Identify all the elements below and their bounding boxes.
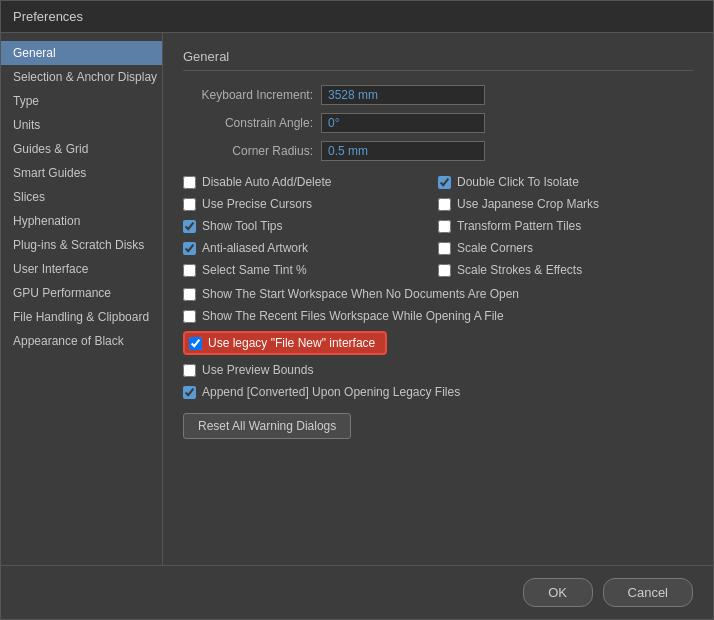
- field-label-keyboard-increment: Keyboard Increment:: [183, 88, 313, 102]
- reset-section: Reset All Warning Dialogs: [183, 399, 693, 439]
- sidebar-item-smart-guides[interactable]: Smart Guides: [1, 161, 162, 185]
- checkbox-transform-pattern-tiles[interactable]: [438, 220, 451, 233]
- checkbox-row-append-converted: Append [Converted] Upon Opening Legacy F…: [183, 385, 693, 399]
- reset-all-warnings-button[interactable]: Reset All Warning Dialogs: [183, 413, 351, 439]
- title-bar: Preferences: [1, 1, 713, 33]
- checkbox-row-show-recent-files-workspace: Show The Recent Files Workspace While Op…: [183, 309, 693, 323]
- checkbox-wrapper-show-recent-files-workspace: Show The Recent Files Workspace While Op…: [183, 309, 693, 323]
- checkbox-label-anti-aliased-artwork: Anti-aliased Artwork: [202, 241, 308, 255]
- checkbox-scale-corners[interactable]: [438, 242, 451, 255]
- sidebar-item-user-interface[interactable]: User Interface: [1, 257, 162, 281]
- checkbox-row-scale-strokes-effects: Scale Strokes & Effects: [438, 263, 693, 277]
- checkbox-row-scale-corners: Scale Corners: [438, 241, 693, 255]
- sidebar: GeneralSelection & Anchor DisplayTypeUni…: [1, 33, 163, 565]
- checkbox-col-right: Double Click To IsolateUse Japanese Crop…: [438, 175, 693, 277]
- checkbox-label-show-start-workspace: Show The Start Workspace When No Documen…: [202, 287, 519, 301]
- main-panel: General Keyboard Increment:Constrain Ang…: [163, 33, 713, 565]
- checkbox-double-click-to-isolate[interactable]: [438, 176, 451, 189]
- checkbox-select-same-tint[interactable]: [183, 264, 196, 277]
- checkbox-use-japanese-crop-marks[interactable]: [438, 198, 451, 211]
- checkbox-row-double-click-to-isolate: Double Click To Isolate: [438, 175, 693, 189]
- checkbox-wrapper-use-legacy-file-new: Use legacy "File New" interface: [183, 331, 693, 355]
- checkbox-disable-auto-add-delete[interactable]: [183, 176, 196, 189]
- checkbox-show-recent-files-workspace[interactable]: [183, 310, 196, 323]
- field-row-corner-radius: Corner Radius:: [183, 141, 693, 161]
- field-label-corner-radius: Corner Radius:: [183, 144, 313, 158]
- checkbox-use-preview-bounds[interactable]: [183, 364, 196, 377]
- footer: OK Cancel: [1, 565, 713, 619]
- field-row-keyboard-increment: Keyboard Increment:: [183, 85, 693, 105]
- checkbox-scale-strokes-effects[interactable]: [438, 264, 451, 277]
- checkbox-show-start-workspace[interactable]: [183, 288, 196, 301]
- sidebar-item-general[interactable]: General: [1, 41, 162, 65]
- checkbox-row-use-precise-cursors: Use Precise Cursors: [183, 197, 438, 211]
- sidebar-item-hyphenation[interactable]: Hyphenation: [1, 209, 162, 233]
- checkbox-label-use-precise-cursors: Use Precise Cursors: [202, 197, 312, 211]
- field-input-keyboard-increment[interactable]: [321, 85, 485, 105]
- field-input-corner-radius[interactable]: [321, 141, 485, 161]
- sidebar-item-type[interactable]: Type: [1, 89, 162, 113]
- checkbox-row-show-start-workspace: Show The Start Workspace When No Documen…: [183, 287, 693, 301]
- checkbox-label-double-click-to-isolate: Double Click To Isolate: [457, 175, 579, 189]
- fields-container: Keyboard Increment:Constrain Angle:Corne…: [183, 85, 693, 161]
- sidebar-item-selection-anchor-display[interactable]: Selection & Anchor Display: [1, 65, 162, 89]
- checkbox-label-use-japanese-crop-marks: Use Japanese Crop Marks: [457, 197, 599, 211]
- checkbox-wrapper-append-converted: Append [Converted] Upon Opening Legacy F…: [183, 385, 693, 399]
- checkbox-label-transform-pattern-tiles: Transform Pattern Tiles: [457, 219, 581, 233]
- checkbox-label-scale-corners: Scale Corners: [457, 241, 533, 255]
- checkbox-anti-aliased-artwork[interactable]: [183, 242, 196, 255]
- cancel-button[interactable]: Cancel: [603, 578, 693, 607]
- field-input-constrain-angle[interactable]: [321, 113, 485, 133]
- section-title: General: [183, 49, 693, 71]
- checkbox-row-use-preview-bounds: Use Preview Bounds: [183, 363, 693, 377]
- sidebar-item-plug-ins-scratch-disks[interactable]: Plug-ins & Scratch Disks: [1, 233, 162, 257]
- checkbox-row-anti-aliased-artwork: Anti-aliased Artwork: [183, 241, 438, 255]
- checkbox-wrapper-use-preview-bounds: Use Preview Bounds: [183, 363, 693, 377]
- sidebar-item-guides-grid[interactable]: Guides & Grid: [1, 137, 162, 161]
- checkbox-use-precise-cursors[interactable]: [183, 198, 196, 211]
- checkbox-label-use-preview-bounds: Use Preview Bounds: [202, 363, 313, 377]
- sidebar-item-appearance-of-black[interactable]: Appearance of Black: [1, 329, 162, 353]
- checkbox-row-disable-auto-add-delete: Disable Auto Add/Delete: [183, 175, 438, 189]
- full-width-checks: Show The Start Workspace When No Documen…: [183, 287, 693, 399]
- checkbox-col-left: Disable Auto Add/DeleteUse Precise Curso…: [183, 175, 438, 277]
- checkbox-label-show-tool-tips: Show Tool Tips: [202, 219, 283, 233]
- content-area: GeneralSelection & Anchor DisplayTypeUni…: [1, 33, 713, 565]
- checkbox-show-tool-tips[interactable]: [183, 220, 196, 233]
- checkbox-row-use-japanese-crop-marks: Use Japanese Crop Marks: [438, 197, 693, 211]
- ok-button[interactable]: OK: [523, 578, 593, 607]
- checkbox-append-converted[interactable]: [183, 386, 196, 399]
- checkbox-wrapper-show-start-workspace: Show The Start Workspace When No Documen…: [183, 287, 693, 301]
- sidebar-item-units[interactable]: Units: [1, 113, 162, 137]
- checkbox-use-legacy-file-new[interactable]: [189, 337, 202, 350]
- checkbox-label-scale-strokes-effects: Scale Strokes & Effects: [457, 263, 582, 277]
- sidebar-item-gpu-performance[interactable]: GPU Performance: [1, 281, 162, 305]
- checkbox-label-select-same-tint: Select Same Tint %: [202, 263, 307, 277]
- sidebar-item-file-handling-clipboard[interactable]: File Handling & Clipboard: [1, 305, 162, 329]
- checkbox-label-show-recent-files-workspace: Show The Recent Files Workspace While Op…: [202, 309, 504, 323]
- checkbox-label-disable-auto-add-delete: Disable Auto Add/Delete: [202, 175, 331, 189]
- highlighted-row-use-legacy-file-new: Use legacy "File New" interface: [183, 331, 387, 355]
- checkbox-label-use-legacy-file-new: Use legacy "File New" interface: [208, 336, 375, 350]
- checkbox-row-show-tool-tips: Show Tool Tips: [183, 219, 438, 233]
- checkbox-row-transform-pattern-tiles: Transform Pattern Tiles: [438, 219, 693, 233]
- checkbox-label-append-converted: Append [Converted] Upon Opening Legacy F…: [202, 385, 460, 399]
- preferences-window: Preferences GeneralSelection & Anchor Di…: [0, 0, 714, 620]
- sidebar-item-slices[interactable]: Slices: [1, 185, 162, 209]
- checkbox-row-select-same-tint: Select Same Tint %: [183, 263, 438, 277]
- field-label-constrain-angle: Constrain Angle:: [183, 116, 313, 130]
- checkboxes-area: Disable Auto Add/DeleteUse Precise Curso…: [183, 175, 693, 277]
- field-row-constrain-angle: Constrain Angle:: [183, 113, 693, 133]
- window-title: Preferences: [13, 9, 83, 24]
